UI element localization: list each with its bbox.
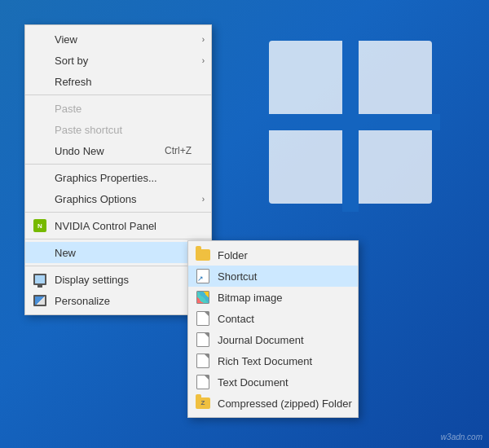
contact-label: Contact <box>218 313 254 325</box>
menu-item-paste: Paste <box>25 98 211 119</box>
undo-new-label: Undo New <box>55 145 104 157</box>
svg-rect-0 <box>269 41 346 118</box>
svg-rect-1 <box>355 41 432 118</box>
text-label: Text Document <box>218 376 289 389</box>
contact-icon <box>195 310 211 327</box>
graphics-options-arrow: › <box>202 195 205 204</box>
paste-label: Paste <box>55 103 82 115</box>
menu-item-refresh[interactable]: Refresh <box>25 71 211 92</box>
compressed-label: Compressed (zipped) Folder <box>218 397 352 410</box>
undo-new-shortcut: Ctrl+Z <box>165 145 192 156</box>
nvidia-label: NVIDIA Control Panel <box>55 220 156 232</box>
bitmap-icon <box>195 289 211 305</box>
svg-rect-3 <box>355 126 432 204</box>
text-doc-icon <box>195 374 211 390</box>
folder-label: Folder <box>218 249 248 261</box>
menu-item-undo-new[interactable]: Undo New Ctrl+Z <box>25 140 211 161</box>
folder-icon <box>195 247 211 263</box>
separator-4 <box>25 239 211 239</box>
shortcut-label: Shortcut <box>218 270 257 283</box>
menu-item-personalize[interactable]: Personalize <box>25 290 211 311</box>
new-label: New <box>55 247 76 259</box>
windows-logo <box>261 33 440 212</box>
journal-icon <box>195 332 211 348</box>
personalize-icon <box>32 292 48 309</box>
desktop: w3adn.com View › Sort by › Refresh Paste… <box>0 0 489 448</box>
menu-item-graphics-options[interactable]: Graphics Options › <box>25 188 211 209</box>
nvidia-icon: N <box>32 217 48 234</box>
menu-item-display-settings[interactable]: Display settings <box>25 269 211 290</box>
shortcut-icon <box>195 268 211 284</box>
submenu-new: Folder Shortcut Bitmap image Contact <box>187 240 359 418</box>
graphics-properties-label: Graphics Properties... <box>55 172 157 184</box>
display-settings-icon <box>32 271 48 288</box>
rich-text-icon <box>195 353 211 369</box>
personalize-label: Personalize <box>55 295 110 307</box>
view-arrow: › <box>202 35 205 44</box>
submenu-item-text[interactable]: Text Document <box>188 371 358 393</box>
separator-1 <box>25 94 211 95</box>
separator-3 <box>25 212 211 213</box>
refresh-label: Refresh <box>55 76 92 88</box>
menu-item-view[interactable]: View › <box>25 29 211 50</box>
watermark: w3adn.com <box>441 433 482 441</box>
submenu-item-compressed[interactable]: Compressed (zipped) Folder <box>188 393 358 414</box>
bitmap-label: Bitmap image <box>218 292 282 304</box>
separator-2 <box>25 164 211 165</box>
submenu-item-shortcut[interactable]: Shortcut <box>188 266 358 287</box>
journal-label: Journal Document <box>218 334 304 346</box>
menu-item-nvidia[interactable]: N NVIDIA Control Panel <box>25 215 211 236</box>
menu-item-paste-shortcut: Paste shortcut <box>25 119 211 140</box>
submenu-item-contact[interactable]: Contact <box>188 308 358 329</box>
display-settings-label: Display settings <box>55 274 129 286</box>
menu-item-new[interactable]: New › <box>25 242 211 263</box>
sort-by-arrow: › <box>202 56 205 65</box>
separator-5 <box>25 266 211 266</box>
submenu-item-journal[interactable]: Journal Document <box>188 329 358 350</box>
context-menu: View › Sort by › Refresh Paste Paste sho… <box>24 24 212 315</box>
paste-shortcut-label: Paste shortcut <box>55 124 122 136</box>
menu-item-graphics-properties[interactable]: Graphics Properties... <box>25 167 211 188</box>
zip-icon <box>195 395 211 411</box>
sort-by-label: Sort by <box>55 55 88 67</box>
submenu-item-rich-text[interactable]: Rich Text Document <box>188 350 358 371</box>
svg-rect-5 <box>261 114 440 130</box>
graphics-options-label: Graphics Options <box>55 193 136 205</box>
rich-text-label: Rich Text Document <box>218 355 312 367</box>
submenu-item-bitmap[interactable]: Bitmap image <box>188 287 358 308</box>
svg-rect-2 <box>269 126 346 204</box>
menu-item-sort-by[interactable]: Sort by › <box>25 50 211 71</box>
submenu-item-folder[interactable]: Folder <box>188 244 358 266</box>
view-label: View <box>55 33 77 46</box>
